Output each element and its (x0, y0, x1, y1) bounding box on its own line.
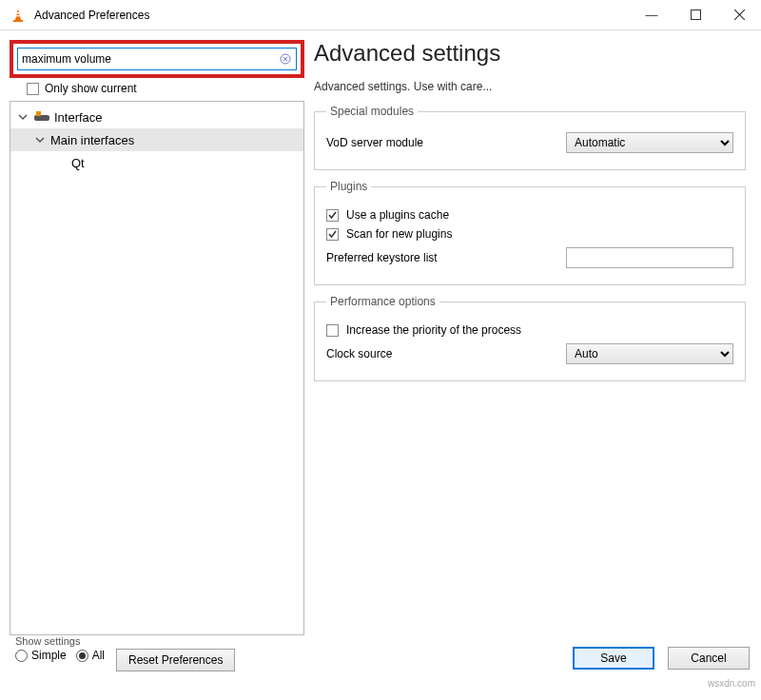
only-show-current-label: Only show current (45, 82, 137, 95)
minimize-button[interactable]: — (630, 0, 673, 30)
svg-rect-4 (691, 10, 700, 20)
footer: Show settings Simple All Reset Preferenc… (0, 635, 761, 690)
svg-marker-0 (15, 9, 21, 20)
clear-search-icon[interactable] (279, 52, 292, 66)
maximize-button[interactable] (673, 0, 717, 30)
settings-tree[interactable]: Interface Main interfaces Qt (10, 101, 304, 635)
svg-rect-3 (13, 20, 23, 22)
right-pane: Advanced settings Advanced settings. Use… (314, 40, 751, 635)
search-highlight-box (10, 40, 304, 78)
keystore-input[interactable] (566, 247, 733, 268)
svg-rect-2 (16, 15, 20, 16)
cancel-button[interactable]: Cancel (668, 647, 750, 670)
radio-icon (15, 650, 28, 662)
use-plugins-cache-label: Use a plugins cache (346, 208, 449, 222)
group-legend: Performance options (326, 295, 439, 308)
svg-rect-1 (16, 12, 21, 14)
radio-simple-label: Simple (31, 649, 67, 662)
plugins-group: Plugins Use a plugins cache Scan for new… (314, 180, 746, 285)
tree-label: Interface (54, 110, 103, 125)
titlebar: Advanced Preferences — (0, 0, 761, 30)
page-subtitle: Advanced settings. Use with care... (314, 80, 746, 93)
special-modules-group: Special modules VoD server module Automa… (314, 105, 746, 170)
scan-new-plugins-checkbox[interactable] (326, 228, 339, 241)
interface-icon (33, 108, 50, 126)
window-title: Advanced Preferences (34, 9, 149, 22)
use-plugins-cache-row[interactable]: Use a plugins cache (326, 208, 733, 222)
chevron-down-icon[interactable] (33, 133, 47, 146)
clock-source-select[interactable]: Auto (566, 343, 733, 364)
show-settings-legend: Show settings (15, 635, 105, 647)
maximize-icon (691, 10, 701, 20)
show-settings-group: Show settings Simple All (15, 635, 105, 662)
vod-server-module-label: VoD server module (326, 136, 526, 149)
group-legend: Special modules (326, 105, 418, 118)
search-input[interactable] (22, 52, 279, 66)
chevron-down-icon[interactable] (16, 110, 29, 124)
only-show-current-checkbox[interactable] (27, 83, 39, 95)
scan-new-plugins-label: Scan for new plugins (346, 227, 452, 241)
radio-all[interactable]: All (76, 649, 105, 662)
left-pane: Only show current Interface Main interfa… (10, 40, 304, 635)
close-button[interactable] (717, 0, 761, 30)
radio-icon (76, 650, 88, 662)
scan-new-plugins-row[interactable]: Scan for new plugins (326, 227, 733, 241)
reset-preferences-button[interactable]: Reset Preferences (116, 649, 235, 671)
use-plugins-cache-checkbox[interactable] (326, 209, 339, 222)
increase-priority-row[interactable]: Increase the priority of the process (326, 323, 733, 337)
watermark: wsxdn.com (708, 678, 755, 689)
group-legend: Plugins (326, 180, 371, 193)
save-button[interactable]: Save (573, 647, 654, 670)
tree-label: Main interfaces (50, 133, 134, 147)
clock-source-label: Clock source (326, 347, 526, 360)
only-show-current-row[interactable]: Only show current (27, 82, 304, 95)
keystore-label: Preferred keystore list (326, 251, 526, 264)
performance-group: Performance options Increase the priorit… (314, 295, 746, 381)
svg-rect-11 (36, 111, 41, 116)
radio-simple[interactable]: Simple (15, 649, 67, 662)
tree-item-interface[interactable]: Interface (10, 106, 303, 128)
tree-item-main-interfaces[interactable]: Main interfaces (10, 128, 303, 151)
vlc-cone-icon (10, 7, 27, 24)
search-box[interactable] (17, 48, 297, 70)
radio-all-label: All (92, 649, 105, 662)
close-icon (734, 10, 745, 20)
increase-priority-label: Increase the priority of the process (346, 323, 521, 337)
vod-server-module-select[interactable]: Automatic (566, 132, 733, 153)
tree-label: Qt (71, 156, 85, 170)
increase-priority-checkbox[interactable] (326, 324, 339, 337)
tree-item-qt[interactable]: Qt (10, 151, 303, 174)
page-title: Advanced settings (314, 40, 746, 67)
content-area: Only show current Interface Main interfa… (0, 30, 761, 635)
